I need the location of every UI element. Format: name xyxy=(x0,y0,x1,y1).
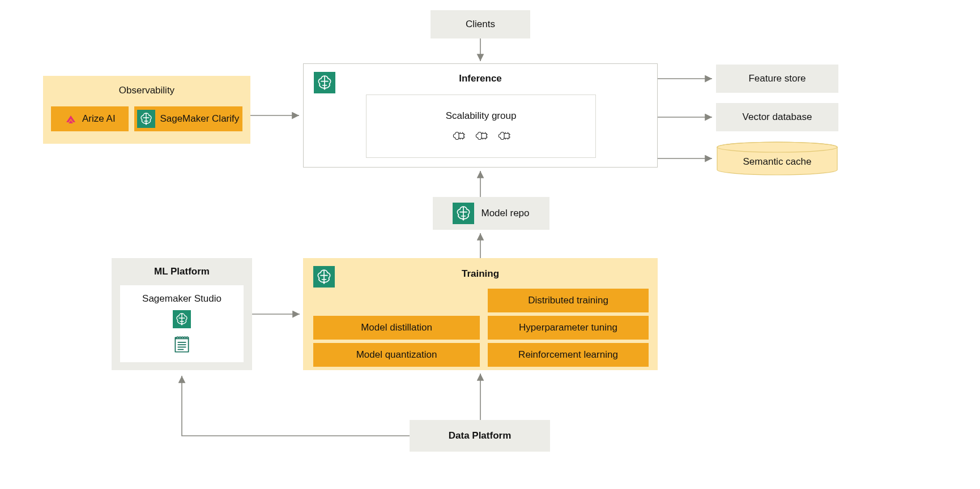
vector-db-label: Vector database xyxy=(743,111,812,123)
sagemaker-icon xyxy=(173,310,191,328)
arrow-mlplatform-to-training xyxy=(252,313,302,315)
model-distillation-label: Model distillation xyxy=(361,322,432,333)
model-repo-box: Model repo xyxy=(433,197,549,230)
sagemaker-icon xyxy=(453,203,474,224)
scalability-label: Scalability group xyxy=(446,110,517,122)
training-title: Training xyxy=(303,268,658,280)
arrow-observability-to-inference xyxy=(250,114,301,117)
model-distillation-box: Model distillation xyxy=(313,316,480,340)
notebook-icon xyxy=(173,334,191,354)
clients-label: Clients xyxy=(466,19,495,30)
feature-store-label: Feature store xyxy=(748,73,806,84)
arrow-clients-to-inference xyxy=(479,38,482,63)
arrow-modelrepo-to-inference xyxy=(479,168,482,197)
reinforcement-learning-label: Reinforcement learning xyxy=(518,349,618,361)
clients-box: Clients xyxy=(431,10,530,38)
arrow-dataplatform-to-mlplatform xyxy=(181,370,411,438)
reinforcement-learning-box: Reinforcement learning xyxy=(488,343,649,367)
brain-chip-icon xyxy=(474,130,488,142)
arrow-inference-to-vector-db xyxy=(658,116,714,118)
arrow-inference-to-semantic-cache xyxy=(658,157,714,160)
model-quantization-label: Model quantization xyxy=(356,349,437,361)
arrow-inference-to-feature-store xyxy=(658,78,714,80)
ml-platform-container: ML Platform Sagemaker Studio xyxy=(112,258,252,370)
scalability-group-box: Scalability group xyxy=(366,95,596,158)
data-platform-box: Data Platform xyxy=(410,420,550,452)
arrow-dataplatform-to-training xyxy=(479,370,482,420)
training-container: Training Distributed training Model dist… xyxy=(303,258,658,370)
hyperparameter-tuning-box: Hyperparameter tuning xyxy=(488,316,649,340)
arize-icon xyxy=(64,112,78,126)
sagemaker-icon xyxy=(137,110,155,128)
semantic-cache-label: Semantic cache xyxy=(716,156,838,168)
brain-chip-icon xyxy=(451,130,466,142)
sagemaker-studio-box: Sagemaker Studio xyxy=(120,285,244,362)
model-repo-label: Model repo xyxy=(481,208,529,219)
semantic-cache-cylinder: Semantic cache xyxy=(716,141,838,178)
observability-title: Observability xyxy=(119,85,174,96)
clarify-label: SageMaker Clarify xyxy=(160,113,239,125)
arize-label: Arize AI xyxy=(82,113,116,125)
observability-container: Observability Arize AI SageMaker Clarify xyxy=(43,76,250,144)
ml-platform-title: ML Platform xyxy=(154,266,210,277)
inference-container: Inference Scalability group xyxy=(303,63,658,168)
sagemaker-studio-label: Sagemaker Studio xyxy=(142,293,221,304)
inference-title: Inference xyxy=(304,73,657,84)
hyperparameter-tuning-label: Hyperparameter tuning xyxy=(519,322,617,333)
clarify-box: SageMaker Clarify xyxy=(134,106,242,131)
distributed-training-label: Distributed training xyxy=(528,295,608,306)
distributed-training-box: Distributed training xyxy=(488,289,649,312)
vector-db-box: Vector database xyxy=(716,103,838,131)
feature-store-box: Feature store xyxy=(716,65,838,93)
data-platform-label: Data Platform xyxy=(449,430,512,441)
model-quantization-box: Model quantization xyxy=(313,343,480,367)
arrow-training-to-modelrepo xyxy=(479,230,482,259)
brain-chip-icon xyxy=(496,130,511,142)
arize-box: Arize AI xyxy=(51,106,129,131)
